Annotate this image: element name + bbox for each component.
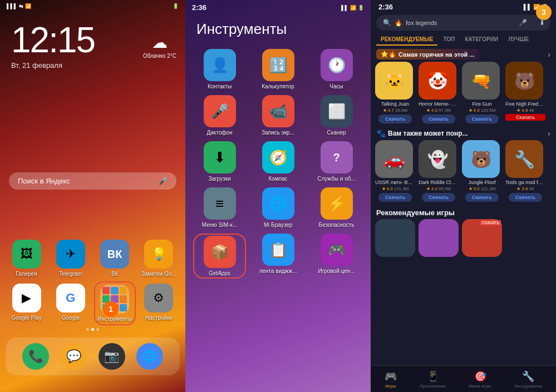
nav-games[interactable]: 🎮 Игры bbox=[385, 370, 397, 389]
app-mi-browser[interactable]: 🌐 Mi Браузер bbox=[252, 187, 304, 228]
ussr-rating: ★4.0 121.3M bbox=[375, 186, 415, 191]
app-recorder[interactable]: 🎤 Диктофон bbox=[193, 95, 246, 136]
app-contacts[interactable]: 👤 Контакты bbox=[193, 49, 246, 90]
nav-mini-games[interactable]: 🎯 Мини-игры bbox=[469, 370, 491, 389]
app-screen-record[interactable]: 📹 Запись экр... bbox=[252, 95, 304, 136]
game-placeholder-3: СКАЧАТЬ bbox=[462, 219, 502, 257]
notes-label: Заметки Go... bbox=[141, 271, 176, 277]
dark-riddle-dl[interactable]: Скачать bbox=[422, 193, 455, 202]
talking-juan-dl[interactable]: Скачать bbox=[378, 115, 412, 123]
app-clock[interactable]: 🕐 Часы bbox=[310, 49, 363, 90]
widget-label: лента виджж... bbox=[259, 268, 297, 274]
vk-icon: ВК bbox=[100, 240, 129, 269]
fire-gun-rating: ★4.0 120.5M bbox=[462, 108, 502, 113]
app-calculator[interactable]: 🔢 Калькулятор bbox=[252, 49, 304, 90]
tab-categories[interactable]: КАТЕГОРИИ bbox=[460, 34, 503, 46]
time-display-3: 2:36 bbox=[378, 3, 393, 11]
calculator-icon: 🔢 bbox=[262, 49, 294, 81]
rec-app-tools[interactable]: 🔧 Tools ga mod for r ★3.6 48 Скачать bbox=[505, 140, 545, 202]
app-google-play[interactable]: ▶ Google Play bbox=[6, 281, 47, 325]
dock-messages[interactable]: 💬 bbox=[60, 343, 87, 370]
app-gallery[interactable]: 🖼 Галерея bbox=[6, 237, 47, 279]
calculator-label: Калькулятор bbox=[262, 83, 294, 90]
horror-meme-name: Horror Meme- Halloween... bbox=[419, 101, 459, 107]
mic-search-icon[interactable]: 🎤 bbox=[519, 19, 527, 27]
horror-meme-dl[interactable]: Скачать bbox=[422, 115, 455, 123]
downloads-label: Загрузки bbox=[208, 176, 230, 182]
ussr-dl[interactable]: Скачать bbox=[378, 193, 412, 202]
getapps-search-bar[interactable]: 🔍 🔥 fox legends 🎤 ⬇ bbox=[376, 15, 550, 31]
app-widget-feed[interactable]: 📋 лента виджж... bbox=[252, 234, 304, 279]
fire-badge: ⭐🔥 Самая горячая на этой ... bbox=[376, 49, 479, 59]
game-placeholder-2 bbox=[419, 219, 459, 257]
five-nights-rating: ★4.6 48 bbox=[505, 108, 545, 113]
game-placeholder-1 bbox=[375, 219, 415, 257]
app-security[interactable]: ⚡ Безопасность bbox=[310, 187, 363, 228]
rec-app-ussr[interactable]: 🚗 USSR Авто- ВАЗ 2107... ★4.0 121.3M Ска… bbox=[375, 140, 415, 202]
dot-2 bbox=[91, 328, 94, 331]
hot-section-arrow[interactable]: › bbox=[548, 50, 550, 59]
tools-apps-grid: 👤 Контакты 🔢 Калькулятор 🕐 Часы 🎤 Диктоф… bbox=[185, 43, 371, 284]
jungle-name: Jungle Floof bbox=[462, 180, 502, 185]
browser-icon: 🌐 bbox=[262, 187, 294, 220]
step-3-badge: 3 bbox=[536, 4, 552, 20]
tab-best[interactable]: ЛУЧШЕ bbox=[504, 34, 533, 46]
dock-phone[interactable]: 📞 bbox=[22, 343, 49, 370]
notes-icon: 💡 bbox=[144, 240, 173, 269]
scanner-icon: ⬜ bbox=[321, 95, 353, 127]
fire-gun-icon: 🔫 bbox=[462, 62, 500, 100]
game-center-label: Игровой цен... bbox=[318, 268, 355, 274]
tab-recommended[interactable]: РЕКОМЕНДУЕМЫЕ bbox=[376, 34, 437, 46]
app-settings[interactable]: ⚙ Настройки bbox=[138, 281, 180, 325]
app-services[interactable]: ? Службы и об... bbox=[310, 141, 363, 182]
app-telegram[interactable]: ✈ Telegram bbox=[50, 237, 91, 279]
app-downloads[interactable]: ⬇ Загрузки bbox=[193, 141, 246, 182]
hot-section-header: ⭐🔥 Самая горячая на этой ... › bbox=[371, 46, 556, 62]
rec-app-dark-riddle[interactable]: 👻 Dark Riddle Classic ★4.2 69.3M Скачать bbox=[419, 140, 459, 202]
hot-app-five-nights[interactable]: 🐻 Five Nigh Freddy... ★4.6 48 Скачать bbox=[505, 62, 545, 123]
app-getapps[interactable]: 📦 GetApps bbox=[193, 234, 246, 279]
dark-riddle-rating: ★4.2 69.3M bbox=[419, 186, 459, 191]
weather-widget: ☁ Облачно 2°C bbox=[143, 33, 176, 59]
scanner-label: Сканер bbox=[327, 130, 346, 136]
screen-2: 2:36 ▌▌📶🔋 Инструменты 👤 Контакты 🔢 Кальк… bbox=[185, 0, 371, 392]
ussr-car-icon: 🚗 bbox=[375, 140, 413, 178]
games-nav-label: Игры bbox=[385, 384, 396, 389]
tab-top[interactable]: ТОП bbox=[439, 34, 459, 46]
jungle-dl[interactable]: Скачать bbox=[465, 193, 499, 202]
rec-app-jungle[interactable]: 🐻 Jungle Floof ★5.0 121.2M Скачать bbox=[462, 140, 502, 202]
app-notes[interactable]: 💡 Заметки Go... bbox=[138, 237, 180, 279]
widget-icon: 📋 bbox=[262, 234, 294, 266]
apps-nav-icon: 📱 bbox=[427, 370, 439, 383]
dock-chrome[interactable]: 🌐 bbox=[136, 343, 163, 370]
hot-app-talking-juan[interactable]: 🐱 Talking Juan ★4.7 39.9M Скачать bbox=[375, 62, 415, 123]
tools-folder-label: Инструменты bbox=[97, 316, 132, 322]
app-vk[interactable]: ВК ВК bbox=[94, 237, 136, 279]
yandex-search-bar[interactable]: Поиск в Яндекс 🎤 bbox=[9, 172, 176, 190]
fire-gun-dl[interactable]: Скачать bbox=[465, 115, 499, 123]
tools-mod-rating: ★3.6 48 bbox=[505, 186, 545, 191]
nav-tools[interactable]: 🔧 Инструменты bbox=[514, 370, 542, 389]
tools-mod-dl[interactable]: Скачать bbox=[509, 193, 542, 202]
dark-riddle-icon: 👻 bbox=[419, 140, 456, 178]
app-google[interactable]: G Google bbox=[50, 281, 91, 325]
paw-icon: 🐾 bbox=[376, 129, 386, 138]
hot-app-fire-gun[interactable]: 🔫 Fire Gun ★4.0 120.5M Скачать bbox=[462, 62, 502, 123]
tools-nav-label: Инструменты bbox=[514, 384, 542, 389]
app-sim-menu[interactable]: ≡ Меню SIM-к... bbox=[193, 187, 246, 228]
fire-gun-name: Fire Gun bbox=[462, 101, 502, 107]
hot-app-horror-meme[interactable]: 🤡 Horror Meme- Halloween... ★4.0 97.3M С… bbox=[419, 62, 459, 123]
tools-mod-name: Tools ga mod for r bbox=[505, 180, 545, 185]
bottom-dock: 📞 💬 📷 🌐 bbox=[6, 338, 180, 375]
telegram-label: Telegram bbox=[59, 271, 82, 277]
download-icon[interactable]: ⬇ bbox=[539, 19, 545, 27]
app-compass[interactable]: 🧭 Компас bbox=[252, 141, 304, 182]
app-scanner[interactable]: ⬜ Сканер bbox=[310, 95, 363, 136]
recommend-arrow[interactable]: › bbox=[548, 129, 550, 138]
google-play-label: Google Play bbox=[11, 315, 41, 321]
app-game-center[interactable]: 🎮 Игровой цен... bbox=[310, 234, 363, 279]
dock-camera[interactable]: 📷 bbox=[99, 343, 125, 370]
getapps-icon: 📦 bbox=[204, 236, 236, 268]
nav-apps[interactable]: 📱 Приложения bbox=[420, 370, 446, 389]
talking-juan-icon: 🐱 bbox=[375, 62, 413, 100]
